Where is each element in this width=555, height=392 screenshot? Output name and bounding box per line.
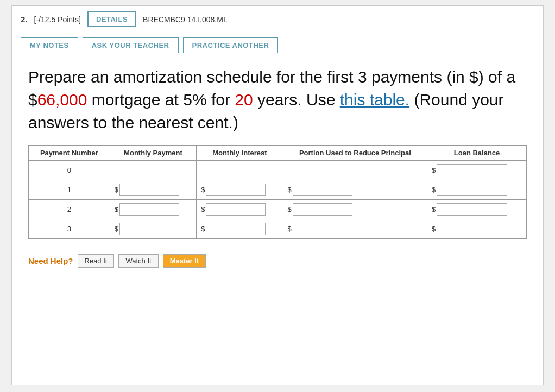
- portion-principal-input-3[interactable]: [293, 223, 352, 235]
- monthly-interest-input-3[interactable]: [206, 223, 266, 235]
- action-buttons-row: MY NOTES ASK YOUR TEACHER PRACTICE ANOTH…: [12, 33, 543, 60]
- loan-balance-1: $: [427, 180, 527, 200]
- col-header-payment-number: Payment Number: [29, 146, 110, 161]
- read-it-button[interactable]: Read It: [78, 254, 115, 268]
- monthly-interest-1: $: [197, 180, 283, 200]
- table-row: 2 $ $: [29, 200, 527, 219]
- monthly-interest-3: $: [197, 219, 283, 239]
- monthly-interest-input-2[interactable]: [206, 203, 266, 216]
- col-header-portion-principal: Portion Used to Reduce Principal: [283, 146, 427, 161]
- amortization-table-container: Payment Number Monthly Payment Monthly I…: [28, 145, 527, 239]
- monthly-payment-input-1[interactable]: [119, 184, 179, 196]
- col-header-monthly-payment: Monthly Payment: [110, 146, 196, 161]
- question-text: Prepare an amortization schedule for the…: [28, 66, 527, 134]
- need-help-bar: Need Help? Read It Watch It Master It: [28, 252, 527, 272]
- table-row: 0 $: [29, 161, 527, 180]
- question-text-years: years. Use: [253, 91, 340, 109]
- table-row: 3 $ $: [29, 219, 527, 239]
- portion-principal-1: $: [283, 180, 427, 200]
- monthly-interest-0: [197, 161, 283, 180]
- dollar-sign: $: [201, 205, 205, 213]
- dollar-sign: $: [432, 186, 436, 194]
- problem-code: BRECMBC9 14.I.008.MI.: [143, 15, 228, 24]
- question-amount: 66,000: [37, 91, 87, 109]
- dollar-sign: $: [288, 225, 292, 233]
- monthly-payment-1: $: [110, 180, 196, 200]
- problem-number: 2.: [21, 15, 28, 24]
- dollar-sign: $: [115, 186, 118, 194]
- watch-it-button[interactable]: Watch It: [118, 254, 158, 268]
- monthly-payment-3: $: [110, 219, 196, 239]
- portion-principal-0: [283, 161, 427, 180]
- loan-balance-input-1[interactable]: [437, 184, 507, 196]
- portion-principal-3: $: [283, 219, 427, 239]
- question-text-middle: mortgage at 5% for: [87, 91, 235, 109]
- dollar-sign: $: [432, 225, 436, 233]
- dollar-sign: $: [432, 205, 436, 213]
- question-years: 20: [235, 91, 253, 109]
- amortization-table: Payment Number Monthly Payment Monthly I…: [28, 145, 527, 239]
- question-table-link[interactable]: this table.: [340, 91, 409, 109]
- top-bar: 2. [-/12.5 Points] DETAILS BRECMBC9 14.I…: [12, 6, 543, 33]
- payment-number-0: 0: [29, 161, 110, 180]
- table-row: 1 $ $: [29, 180, 527, 200]
- loan-balance-3: $: [427, 219, 527, 239]
- payment-number-1: 1: [29, 180, 110, 200]
- my-notes-button[interactable]: MY NOTES: [21, 37, 78, 53]
- page-container: 2. [-/12.5 Points] DETAILS BRECMBC9 14.I…: [11, 5, 544, 385]
- need-help-label: Need Help?: [28, 256, 73, 265]
- portion-principal-input-2[interactable]: [293, 203, 352, 216]
- loan-balance-0: $: [427, 161, 527, 180]
- dollar-sign: $: [432, 166, 436, 174]
- payment-number-2: 2: [29, 200, 110, 219]
- dollar-sign: $: [115, 225, 118, 233]
- monthly-payment-input-2[interactable]: [119, 203, 179, 216]
- ask-teacher-button[interactable]: ASK YOUR TEACHER: [83, 37, 179, 53]
- dollar-sign: $: [288, 186, 292, 194]
- dollar-sign: $: [201, 186, 205, 194]
- dollar-sign: $: [288, 205, 292, 213]
- col-header-monthly-interest: Monthly Interest: [197, 146, 283, 161]
- practice-another-button[interactable]: PRACTICE ANOTHER: [183, 37, 279, 53]
- loan-balance-input-2[interactable]: [437, 203, 507, 216]
- portion-principal-input-1[interactable]: [293, 184, 352, 196]
- dollar-sign: $: [115, 205, 118, 213]
- col-header-loan-balance: Loan Balance: [427, 146, 527, 161]
- monthly-payment-input-3[interactable]: [119, 223, 179, 235]
- payment-number-3: 3: [29, 219, 110, 239]
- monthly-interest-2: $: [197, 200, 283, 219]
- loan-balance-2: $: [427, 200, 527, 219]
- question-area: Prepare an amortization schedule for the…: [12, 60, 543, 283]
- loan-balance-input-3[interactable]: [437, 223, 507, 235]
- loan-balance-input-0[interactable]: [437, 164, 507, 176]
- master-it-button[interactable]: Master It: [163, 254, 206, 268]
- points-label: [-/12.5 Points]: [34, 15, 81, 24]
- details-button[interactable]: DETAILS: [87, 11, 136, 27]
- monthly-payment-0: [110, 161, 196, 180]
- portion-principal-2: $: [283, 200, 427, 219]
- monthly-interest-input-1[interactable]: [206, 184, 266, 196]
- dollar-sign: $: [201, 225, 205, 233]
- monthly-payment-2: $: [110, 200, 196, 219]
